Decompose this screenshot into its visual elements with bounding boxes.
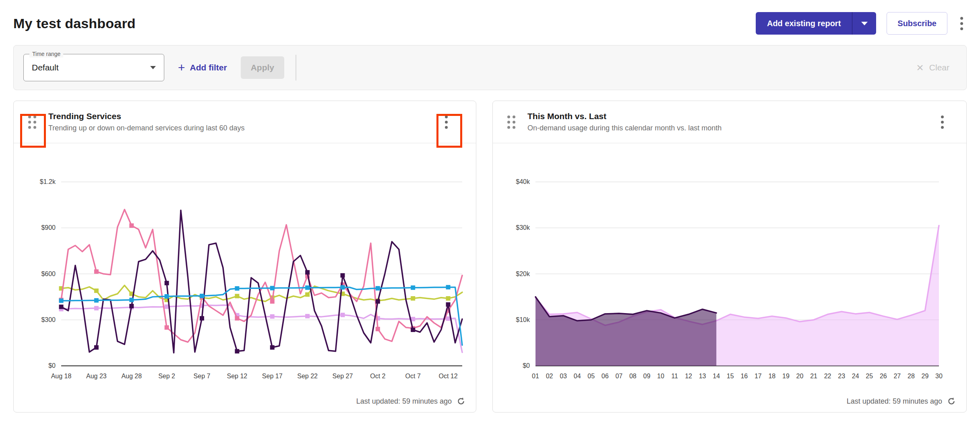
handle-dot [507, 126, 510, 129]
svg-text:01: 01 [532, 373, 539, 380]
time-range-label: Time range [29, 50, 63, 58]
svg-text:10: 10 [657, 373, 664, 380]
svg-text:28: 28 [908, 373, 915, 380]
kebab-dot [445, 126, 448, 129]
svg-text:18: 18 [768, 373, 775, 380]
card-menu-button[interactable] [939, 113, 946, 131]
kebab-dot [941, 121, 944, 124]
handle-dot [513, 121, 515, 124]
add-report-dropdown-button[interactable] [852, 12, 876, 35]
svg-text:14: 14 [713, 373, 720, 380]
caret-down-icon [861, 22, 868, 25]
svg-text:Sep 2: Sep 2 [158, 373, 175, 380]
kebab-dot [941, 116, 944, 118]
card-titles: This Month vs. Last On-demand usage duri… [527, 111, 722, 132]
svg-text:30: 30 [935, 373, 943, 380]
clear-label: Clear [929, 63, 949, 72]
card-menu-button[interactable] [442, 113, 450, 131]
svg-text:17: 17 [755, 373, 762, 380]
svg-text:Oct 2: Oct 2 [370, 373, 385, 380]
card-subtitle: On-demand usage during this calendar mon… [527, 124, 722, 132]
plus-icon: + [178, 62, 185, 73]
svg-text:$30k: $30k [516, 224, 530, 231]
svg-text:02: 02 [546, 373, 553, 380]
chart-wrap: $0$300$600$900$1.2kAug 18Aug 23Aug 28Sep… [21, 171, 476, 386]
handle-dot [513, 126, 515, 129]
svg-text:$20k: $20k [516, 270, 530, 277]
filter-bar: Time range Default + Add filter Apply × … [13, 45, 967, 90]
add-existing-report-button[interactable]: Add existing report [756, 12, 852, 35]
svg-text:09: 09 [643, 373, 651, 380]
handle-dot [33, 116, 36, 118]
svg-text:$900: $900 [41, 224, 56, 231]
last-updated-text: Last updated: 59 minutes ago [356, 397, 452, 406]
svg-text:Oct 7: Oct 7 [405, 373, 421, 380]
add-filter-label: Add filter [190, 63, 227, 72]
add-filter-button[interactable]: + Add filter [178, 62, 227, 73]
apply-button[interactable]: Apply [241, 56, 284, 79]
month-vs-last-card: This Month vs. Last On-demand usage duri… [492, 101, 967, 412]
svg-text:$600: $600 [41, 270, 56, 277]
kebab-dot [941, 126, 944, 129]
svg-text:07: 07 [615, 373, 622, 380]
handle-dot [28, 126, 31, 129]
dashboard-menu-button[interactable] [958, 14, 966, 33]
svg-text:24: 24 [852, 373, 859, 380]
filter-divider [296, 55, 296, 80]
svg-text:27: 27 [893, 373, 901, 380]
svg-text:$1.2k: $1.2k [40, 178, 56, 185]
trending-services-card: Trending Services Trending up or down on… [13, 101, 476, 412]
svg-text:Sep 12: Sep 12 [227, 373, 247, 380]
page-header: My test dashboard Add existing report Su… [0, 0, 980, 45]
svg-text:Sep 22: Sep 22 [297, 373, 318, 380]
kebab-dot [445, 116, 448, 118]
svg-text:$300: $300 [41, 316, 56, 323]
card-titles: Trending Services Trending up or down on… [48, 111, 245, 132]
last-updated-text: Last updated: 59 minutes ago [847, 397, 942, 406]
drag-handle-icon[interactable] [28, 116, 36, 129]
svg-text:26: 26 [880, 373, 887, 380]
refresh-icon[interactable] [947, 397, 956, 406]
handle-dot [33, 121, 36, 124]
svg-text:22: 22 [824, 373, 831, 380]
kebab-dot [960, 27, 963, 30]
svg-text:15: 15 [727, 373, 734, 380]
svg-text:08: 08 [629, 373, 637, 380]
card-subtitle: Trending up or down on-demand services d… [48, 124, 245, 132]
card-title: This Month vs. Last [527, 111, 722, 121]
svg-text:Aug 28: Aug 28 [121, 373, 142, 380]
svg-text:$0: $0 [523, 362, 530, 369]
clear-filters-button[interactable]: × Clear [916, 62, 949, 73]
handle-dot [33, 126, 36, 129]
svg-text:25: 25 [866, 373, 873, 380]
svg-text:Aug 18: Aug 18 [51, 373, 72, 380]
svg-text:19: 19 [782, 373, 790, 380]
kebab-dot [445, 121, 448, 124]
header-actions: Add existing report Subscribe [756, 12, 966, 35]
card-footer: Last updated: 59 minutes ago [847, 397, 956, 406]
svg-text:20: 20 [796, 373, 804, 380]
svg-text:Oct 12: Oct 12 [438, 373, 457, 380]
handle-dot [28, 121, 31, 124]
drag-handle-icon[interactable] [507, 116, 515, 129]
svg-text:05: 05 [587, 373, 595, 380]
svg-text:03: 03 [560, 373, 567, 380]
time-range-value: Default [32, 63, 59, 72]
time-range-select[interactable]: Time range Default [23, 54, 164, 81]
card-header: Trending Services Trending up or down on… [14, 101, 476, 143]
trending-services-chart: $0$300$600$900$1.2kAug 18Aug 23Aug 28Sep… [21, 171, 468, 384]
refresh-icon[interactable] [457, 397, 465, 406]
svg-text:12: 12 [685, 373, 692, 380]
svg-text:29: 29 [922, 373, 929, 380]
close-icon: × [916, 62, 924, 73]
svg-text:16: 16 [740, 373, 748, 380]
svg-text:Sep 17: Sep 17 [262, 373, 283, 380]
svg-text:Sep 27: Sep 27 [333, 373, 353, 380]
subscribe-button[interactable]: Subscribe [887, 12, 947, 35]
svg-text:$0: $0 [48, 362, 56, 369]
svg-text:13: 13 [699, 373, 706, 380]
card-title: Trending Services [48, 111, 245, 121]
cards-row: Trending Services Trending up or down on… [13, 101, 967, 412]
svg-text:11: 11 [671, 373, 678, 380]
svg-text:$10k: $10k [516, 316, 530, 323]
